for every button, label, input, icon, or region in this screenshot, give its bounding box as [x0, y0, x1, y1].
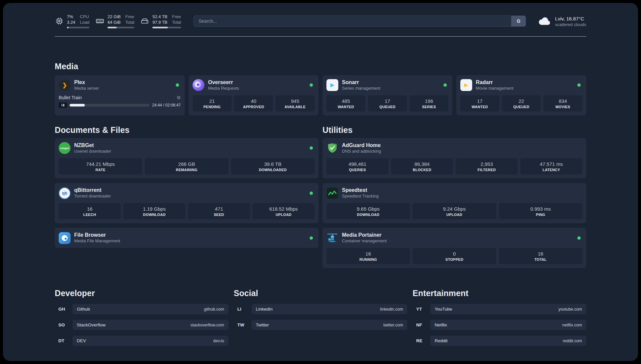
radarr-icon: ▶	[460, 79, 472, 91]
bookmark-netflix[interactable]: NF Netflix netflix.com	[412, 320, 586, 330]
bookmark-reddit[interactable]: RE Reddit reddit.com	[412, 336, 586, 346]
memory-total-label: Total	[125, 20, 134, 25]
bookmark-abbr: SO	[55, 322, 73, 327]
weather-location: Lviv, 16.87°C	[555, 15, 586, 22]
top-bar: 7% 3.24 CPU Load	[55, 14, 586, 28]
status-dot	[310, 146, 313, 150]
cpu-widget: 7% 3.24 CPU Load	[55, 14, 89, 28]
status-dot	[443, 83, 447, 87]
service-card-speedtest[interactable]: Speedtest Speedtest Tracking 9.65 Gbps D…	[322, 183, 586, 223]
bookmark-domain: stackoverflow.com	[191, 323, 224, 327]
service-card-sonarr[interactable]: ▶ Sonarr Series management 485 WANTED	[322, 75, 452, 115]
bookmark-domain: dev.to	[213, 339, 224, 343]
bookmark-youtube[interactable]: YT YouTube youtube.com	[412, 304, 586, 314]
service-card-adguard[interactable]: AdGuard Home DNS and adblocking 498,461 …	[322, 138, 586, 178]
service-card-portainer[interactable]: Media Portainer Container management 16 …	[322, 228, 586, 268]
gear-icon[interactable]: ⚙	[176, 95, 181, 100]
bookmark-name: Github	[77, 307, 90, 312]
bookmark-domain: reddit.com	[563, 339, 582, 343]
stat-tile: 39.6 TB DOWNLOADED	[231, 158, 315, 174]
service-description: Movie management	[476, 86, 513, 91]
bookmark-stackoverflow[interactable]: SO StackOverflow stackoverflow.com	[55, 320, 229, 330]
resource-widgets: 7% 3.24 CPU Load	[55, 14, 181, 28]
bookmark-dev[interactable]: DT DEV dev.to	[55, 336, 229, 346]
bookmark-github[interactable]: GH Github github.com	[55, 304, 229, 314]
service-description: Container management	[342, 238, 387, 244]
bookmark-abbr: TW	[234, 322, 252, 327]
stat-tile: 9.65 Gbps DOWNLOAD	[326, 203, 410, 219]
qbittorrent-icon: qb	[59, 187, 71, 199]
section-title: Media	[55, 62, 586, 71]
section-title: Social	[234, 288, 408, 298]
stat-tile: 16 TOTAL	[499, 248, 582, 264]
memory-free-label: Free	[125, 14, 134, 20]
stat-tile: 618.52 Mbps UPLOAD	[253, 203, 315, 219]
bookmark-domain: github.com	[204, 307, 224, 312]
section-title: Utilities	[322, 125, 586, 135]
cpu-percent: 7%	[67, 14, 75, 20]
stat-tile: 22 QUEUED	[502, 95, 541, 111]
bookmark-name: Reddit	[435, 338, 447, 343]
bookmark-name: StackOverflow	[77, 322, 106, 327]
stat-tile: 744.21 Mbps RATE	[59, 158, 142, 174]
stat-tile: 9.24 Gbps UPLOAD	[412, 203, 496, 219]
bookmark-name: Twitter	[256, 322, 269, 327]
bookmark-abbr: GH	[55, 307, 73, 312]
memory-progress-bar	[107, 27, 134, 28]
status-dot	[310, 83, 313, 87]
service-card-plex[interactable]: ❯ Plex Media server Bullet Train ⚙	[55, 75, 185, 115]
stat-tile: 21 PENDING	[193, 95, 231, 111]
service-name: Plex	[74, 79, 99, 86]
disk-total-label: Total	[172, 20, 181, 25]
cpu-progress-bar	[67, 27, 89, 28]
stat-tile: 47.571 ms LATENCY	[520, 158, 582, 174]
cpu-load-label: Load	[80, 20, 89, 25]
service-description: Media server	[74, 86, 99, 91]
disk-free-label: Free	[172, 14, 181, 20]
cpu-load-value: 3.24	[67, 20, 75, 25]
service-name: AdGuard Home	[342, 142, 381, 149]
adguard-icon	[326, 142, 338, 154]
service-card-radarr[interactable]: ▶ Radarr Movie management 17 WANTED	[456, 75, 586, 115]
bookmark-name: DEV	[77, 338, 86, 343]
stat-tile: 2,953 FILTERED	[456, 158, 518, 174]
plex-icon: ❯	[59, 79, 71, 91]
playback-progress-bar[interactable]	[70, 104, 149, 106]
status-dot	[310, 192, 313, 195]
bookmark-linkedin[interactable]: LI LinkedIn linkedin.com	[234, 304, 408, 314]
bookmark-abbr: DT	[55, 338, 73, 343]
stat-tile: 16 LEECH	[59, 203, 121, 219]
playback-time: 24:44 / 02:06:47	[152, 103, 181, 107]
search-provider-button[interactable]: G	[511, 16, 526, 26]
search-input[interactable]	[194, 16, 511, 26]
stat-tile: 266 GB REMAINING	[145, 158, 228, 174]
stat-tile: 16 RUNNING	[326, 248, 410, 264]
service-card-overseerr[interactable]: Overseerr Media Requests 21 PENDING 40 A…	[189, 75, 319, 115]
bookmark-twitter[interactable]: TW Twitter twitter.com	[234, 320, 408, 330]
weather-widget[interactable]: Lviv, 16.87°C scattered clouds	[538, 15, 586, 27]
bookmark-name: LinkedIn	[256, 307, 273, 312]
stat-tile: 471 SEED	[188, 203, 250, 219]
cpu-label: CPU	[80, 14, 89, 20]
bookmark-domain: youtube.com	[558, 307, 582, 312]
service-card-qbittorrent[interactable]: qb qBittorrent Torrent downloader 16 LEE…	[55, 183, 319, 223]
section-utilities: Utilities	[322, 125, 586, 268]
plex-now-playing: Bullet Train ⚙ 24:44 / 02:06:47	[59, 95, 181, 108]
bookmark-domain: netflix.com	[562, 323, 582, 327]
service-name: NZBGet	[74, 142, 111, 149]
topbar-divider	[55, 36, 586, 37]
pause-button[interactable]	[59, 103, 67, 108]
cpu-icon	[55, 16, 64, 26]
stat-tile: 0.993 ms PING	[499, 203, 582, 219]
service-name: Overseerr	[208, 79, 239, 86]
service-name: qBittorrent	[74, 187, 111, 194]
service-name: Media Portainer	[342, 232, 387, 238]
bookmark-abbr: YT	[412, 307, 430, 312]
stat-tile: 834 MOVIES	[543, 95, 582, 111]
bookmark-group-entertainment: Entertainment YT YouTube youtube.com NF …	[412, 288, 586, 351]
bookmark-abbr: NF	[412, 322, 430, 327]
service-card-nzbget[interactable]: nzbget NZBGet Usenet downloader 744.21 M…	[55, 138, 319, 178]
service-card-filebrowser[interactable]: File Browser Media File Management	[55, 228, 319, 248]
sonarr-icon: ▶	[326, 79, 338, 91]
bookmark-name: YouTube	[435, 307, 452, 312]
